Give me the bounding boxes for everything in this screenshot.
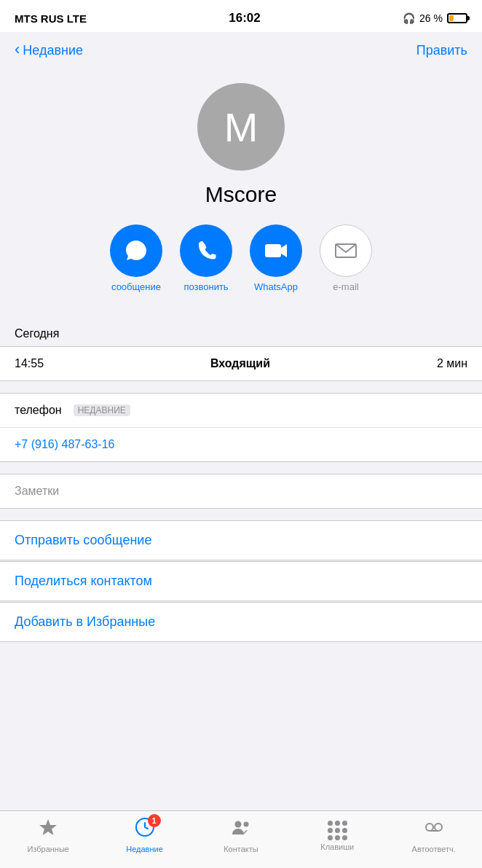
tab-recents[interactable]: 1 Недавние bbox=[123, 817, 167, 853]
phone-number-row[interactable]: +7 (916) 487-63-16 bbox=[0, 428, 482, 461]
contacts-icon bbox=[231, 817, 251, 842]
contact-header: M Mscore сообщение позвонить bbox=[0, 69, 482, 310]
avatar: M bbox=[197, 83, 285, 171]
today-section-title: Сегодня bbox=[0, 327, 482, 346]
keypad-icon bbox=[328, 819, 347, 840]
whatsapp-icon bbox=[263, 238, 289, 264]
call-icon bbox=[193, 238, 219, 264]
message-circle bbox=[110, 224, 162, 277]
action-links: Отправить сообщение Поделиться контактом… bbox=[0, 520, 482, 642]
call-button[interactable]: позвонить bbox=[180, 224, 232, 292]
message-button[interactable]: сообщение bbox=[110, 224, 162, 292]
recents-badge: 1 bbox=[148, 814, 161, 827]
message-label: сообщение bbox=[111, 281, 161, 292]
phone-row: телефон НЕДАВНИЕ bbox=[0, 394, 482, 428]
tab-keypad[interactable]: Клавиши bbox=[315, 819, 359, 851]
voicemail-tab-label: Автоответч. bbox=[412, 845, 456, 853]
svg-point-7 bbox=[426, 824, 433, 831]
phone-row-left: телефон НЕДАВНИЕ bbox=[15, 404, 130, 417]
avatar-letter: M bbox=[224, 103, 258, 151]
send-message-link[interactable]: Отправить сообщение bbox=[0, 520, 482, 560]
call-duration: 2 мин bbox=[437, 357, 467, 370]
status-right: 🎧 26 % bbox=[403, 12, 467, 24]
call-label: позвонить bbox=[183, 281, 228, 292]
svg-point-5 bbox=[234, 821, 241, 828]
voicemail-icon bbox=[424, 817, 444, 842]
svg-marker-1 bbox=[281, 244, 287, 257]
whatsapp-circle bbox=[250, 224, 302, 277]
svg-point-6 bbox=[243, 822, 248, 827]
tab-contacts[interactable]: Контакты bbox=[219, 817, 263, 853]
svg-rect-0 bbox=[265, 244, 281, 257]
share-contact-link[interactable]: Поделиться контактом bbox=[0, 561, 482, 601]
recent-call-row: 14:55 Входящий 2 мин bbox=[0, 347, 482, 380]
tab-voicemail[interactable]: Автоответч. bbox=[412, 817, 456, 853]
back-chevron-icon: ‹ bbox=[15, 42, 20, 58]
notes-card: Заметки bbox=[0, 474, 482, 509]
phone-number: +7 (916) 487-63-16 bbox=[15, 438, 114, 451]
svg-marker-3 bbox=[39, 819, 57, 835]
call-circle bbox=[180, 224, 232, 277]
call-type: Входящий bbox=[210, 357, 270, 370]
keypad-tab-label: Клавиши bbox=[320, 842, 354, 851]
action-buttons: сообщение позвонить WhatsApp bbox=[95, 224, 387, 292]
notes-label: Заметки bbox=[15, 485, 59, 498]
phone-badge: НЕДАВНИЕ bbox=[74, 404, 130, 416]
email-button[interactable]: e-mail bbox=[320, 224, 372, 292]
favorites-icon bbox=[38, 817, 58, 842]
nav-bar: ‹ Недавние Править bbox=[0, 32, 482, 69]
status-bar: MTS RUS LTE 16:02 🎧 26 % bbox=[0, 0, 482, 32]
headphone-icon: 🎧 bbox=[403, 12, 415, 24]
recents-tab-label: Недавние bbox=[126, 845, 163, 853]
tab-bar: Избранные 1 Недавние Контакты bbox=[0, 810, 482, 868]
recents-card: 14:55 Входящий 2 мин bbox=[0, 346, 482, 381]
back-button[interactable]: ‹ Недавние bbox=[15, 43, 83, 58]
back-label: Недавние bbox=[23, 43, 83, 58]
phone-card: телефон НЕДАВНИЕ +7 (916) 487-63-16 bbox=[0, 393, 482, 462]
email-label: e-mail bbox=[333, 281, 358, 292]
favorites-tab-label: Избранные bbox=[27, 845, 69, 853]
svg-point-8 bbox=[435, 824, 442, 831]
notes-row: Заметки bbox=[0, 474, 482, 508]
carrier-text: MTS RUS LTE bbox=[15, 12, 87, 25]
email-circle bbox=[320, 224, 372, 277]
edit-button[interactable]: Править bbox=[416, 43, 467, 58]
battery-percent: 26 % bbox=[419, 12, 443, 24]
message-icon bbox=[123, 238, 149, 264]
contacts-tab-label: Контакты bbox=[224, 845, 258, 853]
contact-name: Mscore bbox=[205, 182, 277, 207]
whatsapp-button[interactable]: WhatsApp bbox=[250, 224, 302, 292]
email-icon bbox=[333, 238, 359, 264]
content: Сегодня 14:55 Входящий 2 мин телефон НЕД… bbox=[0, 310, 482, 715]
recents-icon: 1 bbox=[135, 817, 155, 842]
whatsapp-label: WhatsApp bbox=[254, 281, 298, 292]
add-favorites-link[interactable]: Добавить в Избранные bbox=[0, 602, 482, 642]
time-text: 16:02 bbox=[229, 11, 260, 26]
battery-icon bbox=[447, 13, 467, 23]
call-time: 14:55 bbox=[15, 357, 44, 370]
phone-label: телефон bbox=[15, 404, 62, 417]
tab-favorites[interactable]: Избранные bbox=[26, 817, 70, 853]
